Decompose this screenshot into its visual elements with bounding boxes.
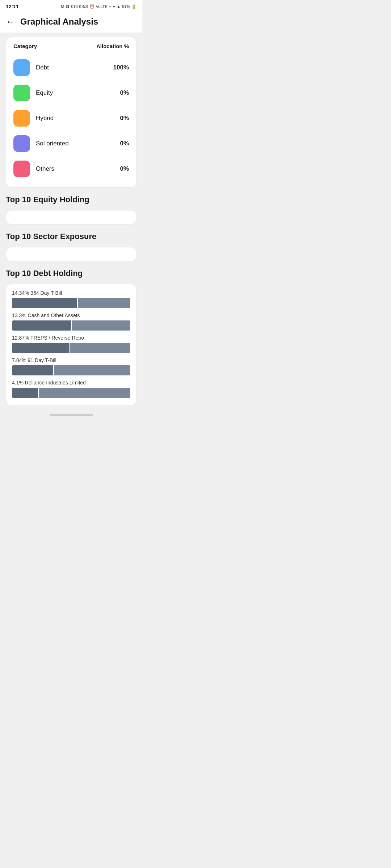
holding-bar-reliance (12, 388, 130, 398)
holding-label-tbill-91: 7.84% 91 Day T-Bill (12, 357, 130, 363)
allocation-column-header: Allocation % (96, 43, 129, 49)
holding-label-reliance: 4.1% Reliance Industries Limited (12, 380, 130, 386)
holding-item-reliance: 4.1% Reliance Industries Limited (12, 380, 130, 398)
bar-separator-4 (53, 365, 54, 375)
main-content: Category Allocation % Debt 100% Equity 0… (0, 33, 142, 410)
category-row-others: Others 0% (13, 156, 129, 182)
holding-label-cash: 13.3% Cash and Other Assets (12, 312, 130, 318)
equity-holding-title: Top 10 Equity Holding (6, 195, 136, 204)
category-row-debt: Debt 100% (13, 55, 129, 80)
wifi-icon: ▾ (113, 4, 115, 9)
others-allocation: 0% (120, 165, 129, 173)
sector-exposure-title: Top 10 Sector Exposure (6, 232, 136, 241)
sector-exposure-card (6, 247, 136, 261)
holding-label-tbill-364: 14.34% 364 Day T-Bill (12, 290, 130, 296)
status-time: 12:11 (6, 4, 19, 9)
debt-allocation: 100% (113, 64, 129, 71)
holding-label-treps: 12.87% TREPS / Reverse Repo (12, 335, 130, 341)
equity-color-swatch (13, 85, 30, 101)
page-header: ← Graphical Analysis (0, 12, 142, 33)
signal-icon: ▲ (117, 4, 121, 9)
holding-bar-fill-treps (12, 343, 69, 353)
status-bar: 12:11 M 🖼 018 KB/S ⏰ VoLTE ⌁ ▾ ▲ 51% 🔋 (0, 0, 142, 12)
category-left-others: Others (13, 161, 54, 177)
category-row-sol-oriented: Sol oriented 0% (13, 131, 129, 156)
holding-bar-fill-reliance (12, 388, 38, 398)
category-row-hybrid: Hybrid 0% (13, 106, 129, 131)
sol-oriented-label: Sol oriented (36, 140, 69, 147)
equity-holding-card (6, 210, 136, 225)
category-column-header: Category (13, 43, 37, 49)
battery-icon: 🔋 (131, 4, 136, 9)
others-color-swatch (13, 161, 30, 177)
category-left-equity: Equity (13, 85, 53, 101)
category-left-debt: Debt (13, 59, 49, 76)
bar-separator-2 (71, 320, 72, 331)
holding-item-tbill-91: 7.84% 91 Day T-Bill (12, 357, 130, 375)
scroll-indicator (0, 410, 142, 418)
alarm-icon: ⏰ (89, 4, 94, 9)
category-row-equity: Equity 0% (13, 80, 129, 106)
hybrid-allocation: 0% (120, 115, 129, 122)
category-left-hybrid: Hybrid (13, 110, 54, 127)
scroll-bar (50, 414, 93, 416)
equity-allocation: 0% (120, 89, 129, 97)
sol-oriented-color-swatch (13, 135, 30, 152)
hybrid-color-swatch (13, 110, 30, 127)
back-button[interactable]: ← (6, 17, 14, 27)
holding-item-tbill-364: 14.34% 364 Day T-Bill (12, 290, 130, 308)
debt-color-swatch (13, 59, 30, 76)
bar-separator-5 (38, 388, 39, 398)
debt-label: Debt (36, 64, 49, 71)
others-label: Others (36, 165, 54, 173)
debt-holding-section: Top 10 Debt Holding 14.34% 364 Day T-Bil… (6, 269, 136, 405)
battery-percent: 51% (122, 4, 130, 9)
bar-separator-3 (69, 343, 70, 353)
bluetooth-icon: ⌁ (109, 4, 112, 9)
gallery-icon: 🖼 (66, 4, 70, 9)
holding-item-cash: 13.3% Cash and Other Assets (12, 312, 130, 331)
data-speed: 018 KB/S (71, 4, 88, 9)
gmail-icon: M (61, 4, 64, 9)
page-title: Graphical Analysis (20, 17, 98, 27)
sector-exposure-section: Top 10 Sector Exposure (6, 232, 136, 261)
category-allocation-card: Category Allocation % Debt 100% Equity 0… (6, 37, 136, 188)
equity-holding-section: Top 10 Equity Holding (6, 195, 136, 225)
volte-icon: VoLTE (96, 4, 108, 9)
holding-bar-tbill-364 (12, 298, 130, 308)
debt-holding-card: 14.34% 364 Day T-Bill 13.3% Cash and Oth… (6, 284, 136, 405)
holding-item-treps: 12.87% TREPS / Reverse Repo (12, 335, 130, 353)
bar-separator-1 (77, 298, 78, 308)
holding-bar-cash (12, 320, 130, 331)
holding-bar-treps (12, 343, 130, 353)
status-icons: M 🖼 018 KB/S ⏰ VoLTE ⌁ ▾ ▲ 51% 🔋 (61, 4, 136, 9)
equity-label: Equity (36, 89, 53, 97)
holding-bar-fill-cash (12, 320, 71, 331)
hybrid-label: Hybrid (36, 115, 54, 122)
category-table-header: Category Allocation % (13, 43, 129, 49)
debt-holding-title: Top 10 Debt Holding (6, 269, 136, 278)
category-left-sol-oriented: Sol oriented (13, 135, 69, 152)
holding-bar-fill-tbill-91 (12, 365, 53, 375)
holding-bar-tbill-91 (12, 365, 130, 375)
sol-oriented-allocation: 0% (120, 140, 129, 147)
holding-bar-fill-tbill-364 (12, 298, 77, 308)
